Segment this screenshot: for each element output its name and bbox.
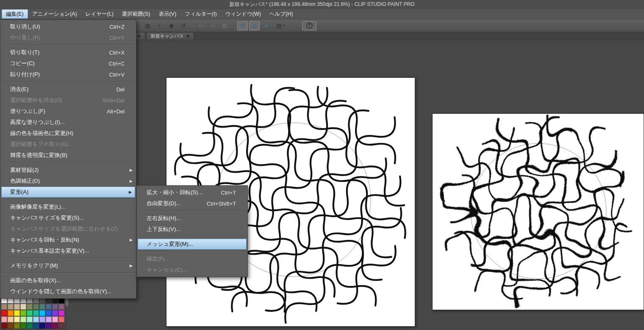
edit-menu-item-paste[interactable]: 貼り付け(P)Ctrl+V [0, 69, 136, 80]
document-canvas-mesh-preview[interactable] [432, 113, 644, 310]
color-swatch[interactable] [33, 316, 39, 322]
color-swatch[interactable] [52, 304, 58, 310]
move-tool-icon: + [158, 23, 161, 28]
flip-canvas-icon[interactable]: ▭ [196, 21, 206, 30]
color-swatch[interactable] [39, 310, 45, 316]
color-swatch[interactable] [20, 316, 26, 322]
transform-submenu-item-mesh-transform[interactable]: メッシュ変形(M)... [138, 239, 247, 250]
edit-menu-item-border-selection[interactable]: 選択範囲をフチ取り(G)... [0, 139, 136, 150]
color-swatch[interactable] [33, 304, 39, 310]
selection-launcher-icon[interactable]: ▧ [142, 21, 153, 30]
edit-menu-item-tonal-correction[interactable]: 色調補正(D)▶ [0, 176, 136, 187]
color-swatch[interactable] [20, 304, 26, 310]
color-swatch[interactable] [33, 323, 39, 329]
edit-menu-label: ウインドウを隠して画面の色を取得(Y)... [10, 288, 111, 295]
color-swatch[interactable] [8, 310, 14, 316]
edit-menu-item-change-canvas-size[interactable]: キャンバスサイズを変更(S)... [0, 212, 136, 223]
edit-menu-label: キャンバスサイズを変更(S)... [10, 214, 84, 222]
edit-menu-item-change-line-color[interactable]: 線の色を描画色に変更(H) [0, 128, 136, 139]
edit-menu-item-rotate-flip-canvas[interactable]: キャンバスを回転・反転(N)▶ [0, 234, 136, 245]
color-swatch[interactable] [46, 310, 52, 316]
edit-menu-item-advanced-fill[interactable]: 高度な塗りつぶし(I)... [0, 117, 136, 128]
edit-menu-item-cut[interactable]: 切り取り(T)Ctrl+X [0, 47, 136, 58]
color-swatch[interactable] [58, 323, 64, 329]
color-swatch[interactable] [46, 323, 52, 329]
menubar-item-help[interactable]: ヘルプ(H) [265, 9, 297, 19]
snap-to-special-ruler-icon[interactable]: ∠ [249, 21, 260, 30]
color-swatch[interactable] [1, 316, 7, 322]
edit-menu-item-redo[interactable]: やり直し(R)Ctrl+Y [0, 32, 136, 43]
menubar-item-filter[interactable]: フィルター(I) [180, 9, 221, 19]
rotate-canvas-icon[interactable]: ↺ [178, 21, 189, 30]
edit-menu-separator [1, 162, 135, 163]
fill-tool-icon[interactable]: ◉ [166, 21, 177, 30]
mesh-transform-icon[interactable]: ▨ [219, 21, 230, 30]
edit-menu-item-copy[interactable]: コピー(C)Ctrl+C [0, 58, 136, 69]
edit-menu-item-register-material[interactable]: 素材登録(J)▶ [0, 165, 136, 176]
color-swatch[interactable] [39, 316, 45, 322]
edit-menu-item-clear-memory[interactable]: メモリをクリア(M)▶ [0, 260, 136, 271]
edit-menu-item-fill[interactable]: 塗りつぶし(F)Alt+Del [0, 106, 136, 117]
color-swatch[interactable] [14, 323, 20, 329]
edit-menu-item-undo[interactable]: 取り消し(U)Ctrl+Z [0, 21, 136, 32]
menubar-item-edit[interactable]: 編集(E) [2, 9, 28, 19]
color-swatch[interactable] [39, 323, 45, 329]
scale-rotate-icon[interactable]: ▱ [208, 21, 218, 30]
edit-menu-item-transform[interactable]: 変形(A)▶ [1, 187, 135, 198]
view-mode-dropdown[interactable]: ▤▾ [273, 21, 288, 30]
palette-scrollbar[interactable] [65, 297, 68, 330]
edit-menu-item-change-resolution[interactable]: 画像解像度を変更(L)... [0, 201, 136, 212]
color-swatch[interactable] [8, 323, 14, 329]
color-swatch[interactable] [20, 310, 26, 316]
transform-submenu-item-free-transform[interactable]: 自由変形(D)...Ctrl+Shift+T [137, 198, 247, 209]
snap-to-guide-icon[interactable]: ● [261, 21, 272, 30]
color-swatch[interactable] [1, 310, 7, 316]
edit-menu-item-canvas-settings[interactable]: キャンバス基本設定を変更(V)... [0, 245, 136, 256]
menubar-item-animation[interactable]: アニメーション(A) [28, 9, 81, 19]
color-swatch[interactable] [52, 323, 58, 329]
window-title: 新規キャンバス* (198.48 x 198.48mm 350dpi 21.6%… [0, 0, 644, 8]
menubar-item-window[interactable]: ウィンドウ(W) [221, 9, 265, 19]
transform-submenu-item-flip-vertical[interactable]: 上下反転(V)... [137, 224, 247, 235]
canvas-tab-2[interactable]: 新規キャンバス [146, 32, 194, 40]
color-swatch[interactable] [8, 304, 14, 310]
edit-menu-item-fit-canvas-to-selection[interactable]: キャンバスサイズを選択範囲に合わせる(Z) [0, 223, 136, 234]
edit-menu-item-brightness-to-opacity[interactable]: 輝度を透明度に変換(B) [0, 150, 136, 161]
edit-menu-item-get-screen-color[interactable]: 画面の色を取得(X)... [0, 275, 136, 286]
color-swatch[interactable] [14, 310, 20, 316]
color-swatch[interactable] [8, 316, 14, 322]
color-swatch[interactable] [27, 304, 33, 310]
help-button[interactable]: ? [302, 21, 316, 30]
color-swatch[interactable] [27, 316, 33, 322]
color-swatch[interactable] [27, 323, 33, 329]
transform-submenu-item-scale-rotate[interactable]: 拡大・縮小・回転(S)...Ctrl+T [137, 187, 247, 198]
transform-submenu-label: 自由変形(D)... [147, 200, 181, 207]
color-swatch[interactable] [14, 304, 20, 310]
edit-menu-item-clear-outside[interactable]: 選択範囲外を消去(O)Shift+Del [0, 95, 136, 106]
color-swatch[interactable] [14, 316, 20, 322]
color-swatch[interactable] [58, 304, 64, 310]
color-swatch[interactable] [39, 304, 45, 310]
menubar-item-layer[interactable]: レイヤー(L) [81, 9, 118, 19]
color-swatch[interactable] [1, 323, 7, 329]
transform-submenu-item-flip-horizontal[interactable]: 左右反転(H)... [137, 213, 247, 224]
color-swatch[interactable] [58, 310, 64, 316]
move-tool-icon[interactable]: + [154, 21, 165, 30]
color-swatch[interactable] [33, 310, 39, 316]
color-swatch[interactable] [46, 304, 52, 310]
snap-to-ruler-icon[interactable]: N [237, 21, 248, 30]
color-swatch[interactable] [52, 316, 58, 322]
color-swatch[interactable] [46, 316, 52, 322]
menubar-item-view[interactable]: 表示(V) [154, 9, 180, 19]
transform-submenu-item-confirm[interactable]: 確定(F)... [137, 253, 247, 264]
color-swatch[interactable] [58, 316, 64, 322]
color-swatch[interactable] [52, 310, 58, 316]
color-swatch[interactable] [20, 323, 26, 329]
color-swatch[interactable] [27, 310, 33, 316]
color-swatch[interactable] [1, 304, 7, 310]
transform-submenu-item-cancel[interactable]: キャンセル(C)... [137, 264, 247, 275]
color-set-palette [0, 296, 68, 330]
edit-menu-item-clear[interactable]: 消去(E)Del [0, 84, 136, 95]
edit-menu-item-hide-window-get-color[interactable]: ウインドウを隠して画面の色を取得(Y)... [0, 286, 136, 297]
menubar-item-selection[interactable]: 選択範囲(S) [118, 9, 155, 19]
